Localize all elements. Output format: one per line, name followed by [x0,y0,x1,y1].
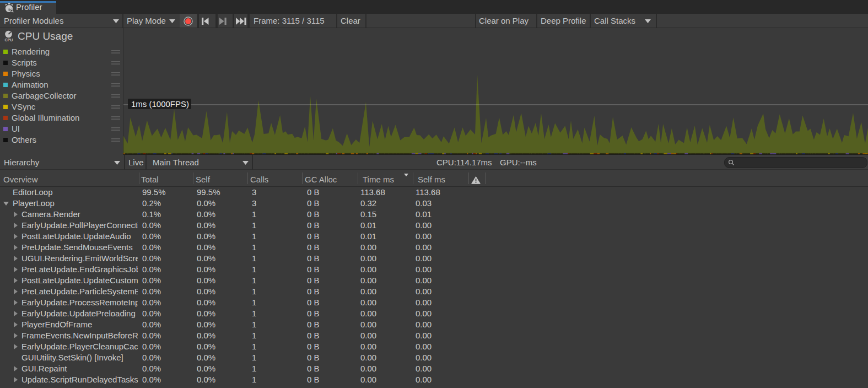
svg-text:1ms (1000FPS): 1ms (1000FPS) [131,99,189,109]
svg-text:CPU: CPU [5,38,13,42]
